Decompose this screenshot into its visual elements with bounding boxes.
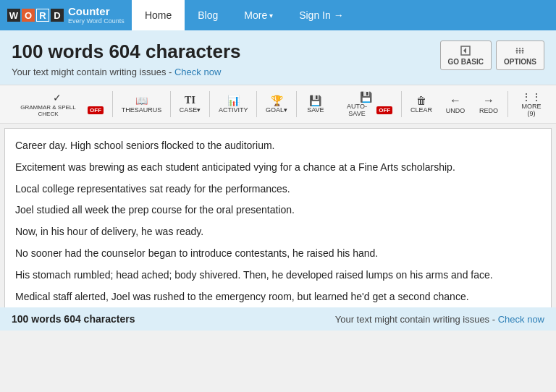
signin-icon: → xyxy=(334,9,344,21)
logo-tile-r: R xyxy=(36,9,49,22)
footer-bar: 100 words 604 characters Your text might… xyxy=(0,307,556,331)
svg-point-1 xyxy=(516,50,518,52)
clear-icon: 🗑 xyxy=(416,95,426,106)
clear-button[interactable]: 🗑 CLEAR xyxy=(405,92,438,116)
case-button[interactable]: TI CASE▾ xyxy=(174,92,206,116)
activity-icon: 📊 xyxy=(227,95,240,106)
stats-buttons: GO BASIC OPTIONS xyxy=(440,41,544,70)
toolbar-sep-1 xyxy=(112,91,113,117)
save-button[interactable]: 💾 SAVE xyxy=(300,92,332,116)
footer-stats: 100 words 604 characters xyxy=(12,313,135,325)
logo-tiles: W O R D xyxy=(7,9,64,22)
go-basic-icon xyxy=(460,45,471,56)
nav-tab-more[interactable]: More ▾ xyxy=(231,0,286,30)
navbar: W O R D Counter Every Word Counts Home B… xyxy=(0,0,556,30)
case-icon: TI xyxy=(185,95,195,106)
paragraph-5: Now, in his hour of delivery, he was rea… xyxy=(15,223,541,241)
svg-point-3 xyxy=(522,50,524,52)
stats-bar: 100 words 604 characters Your text might… xyxy=(0,30,556,85)
toolbar-sep-4 xyxy=(256,91,257,117)
svg-point-2 xyxy=(519,50,521,52)
logo-tile-w: W xyxy=(7,9,20,22)
paragraph-2: Excitement was brewing as each student a… xyxy=(15,159,541,176)
autosave-icon: 💾 xyxy=(360,91,372,103)
paragraph-1: Career day. High school seniors flocked … xyxy=(15,137,541,155)
check-now-link-header[interactable]: Check now xyxy=(174,67,221,77)
thesaurus-button[interactable]: 📖 THESAURUS xyxy=(116,92,167,116)
checkmark-icon: ✓ xyxy=(53,92,62,103)
stats-subtitle: Your text might contain writing issues -… xyxy=(12,67,241,77)
stats-left: 100 words 604 characters Your text might… xyxy=(12,41,241,77)
footer-right: Your text might contain writing issues -… xyxy=(335,314,544,325)
logo: W O R D Counter Every Word Counts xyxy=(0,6,132,25)
toolbar-sep-5 xyxy=(296,91,297,117)
editor-area[interactable]: Career day. High school seniors flocked … xyxy=(4,128,552,331)
toolbar-sep-3 xyxy=(209,91,210,117)
activity-button[interactable]: 📊 ACTIVITY xyxy=(213,92,253,116)
check-now-link-footer[interactable]: Check now xyxy=(498,314,544,325)
toolbar-sep-2 xyxy=(170,91,171,117)
go-basic-button[interactable]: GO BASIC xyxy=(440,41,492,70)
grammar-spell-check-button[interactable]: ✓ GRAMMAR & SPELL CHECK OFF xyxy=(4,89,109,120)
logo-text: Counter Every Word Counts xyxy=(68,6,125,25)
toolbar-sep-6 xyxy=(401,91,402,117)
redo-button[interactable]: → REDO xyxy=(473,91,505,117)
save-icon: 💾 xyxy=(309,95,321,106)
thesaurus-icon: 📖 xyxy=(135,95,148,106)
paragraph-4: Joel studied all week the prep course fo… xyxy=(15,202,541,219)
main-content: Career day. High school seniors flocked … xyxy=(0,128,556,331)
more-button[interactable]: ⋮⋮ MORE (9) xyxy=(511,88,552,120)
undo-icon: ← xyxy=(450,94,461,107)
nav-tab-blog[interactable]: Blog xyxy=(185,0,231,30)
nav-tab-signin[interactable]: Sign In → xyxy=(286,0,353,30)
options-icon xyxy=(514,45,526,56)
more-icon: ⋮⋮ xyxy=(521,91,542,103)
stats-title: 100 words 604 characters xyxy=(12,41,241,63)
paragraph-3: Local college representatives sat ready … xyxy=(15,181,541,198)
goal-icon: 🏆 xyxy=(271,95,283,106)
paragraph-8: Medical staff alerted, Joel was rushed t… xyxy=(15,289,541,306)
goal-button[interactable]: 🏆 GOAL▾ xyxy=(260,92,293,116)
paragraph-7: His stomach rumbled; head ached; body sh… xyxy=(15,267,541,284)
toolbar: ✓ GRAMMAR & SPELL CHECK OFF 📖 THESAURUS … xyxy=(0,85,556,124)
nav-tab-home[interactable]: Home xyxy=(132,0,185,30)
undo-button[interactable]: ← UNDO xyxy=(439,91,471,117)
paragraph-6: No sooner had the counselor began to int… xyxy=(15,245,541,263)
options-button[interactable]: OPTIONS xyxy=(496,41,544,70)
nav-tabs: Home Blog More ▾ Sign In → xyxy=(132,0,353,30)
redo-icon: → xyxy=(483,94,494,107)
logo-tile-d: D xyxy=(51,9,64,22)
chevron-down-icon: ▾ xyxy=(269,12,273,20)
logo-tile-o: O xyxy=(22,9,35,22)
toolbar-sep-7 xyxy=(507,91,508,117)
autosave-button[interactable]: 💾 AUTO-SAVE OFF xyxy=(333,88,398,120)
